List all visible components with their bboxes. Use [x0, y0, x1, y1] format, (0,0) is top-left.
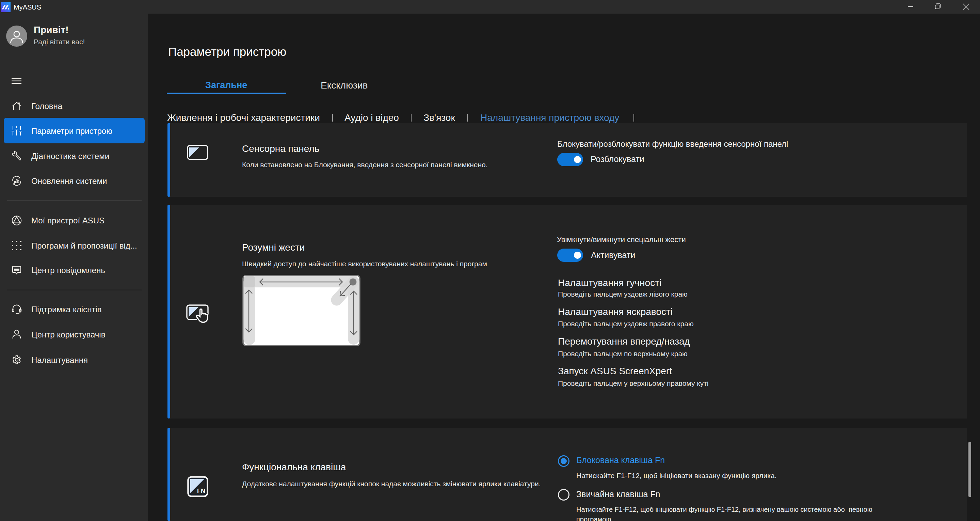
- svg-text:FN: FN: [197, 488, 205, 494]
